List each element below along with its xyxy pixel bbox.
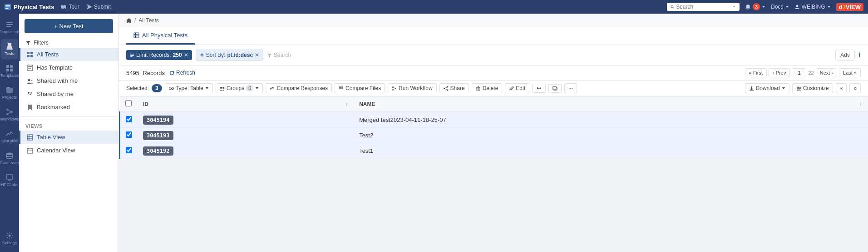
row-checkbox[interactable]	[126, 116, 132, 122]
sidebar-item-simulations[interactable]: Simulations	[1, 17, 18, 37]
breadcrumb-current: All Tests	[138, 17, 158, 24]
sidebar-item-templates[interactable]: Templates	[1, 61, 18, 81]
tour-nav-item[interactable]: Tour	[61, 4, 79, 10]
tour-label: Tour	[69, 4, 79, 10]
row-id-cell: 3045194	[138, 112, 354, 128]
more-label: ···	[568, 85, 573, 91]
docs-btn[interactable]: Docs	[771, 4, 789, 10]
type-table-button[interactable]: Type: Table	[165, 83, 213, 93]
svg-line-74	[445, 87, 447, 88]
delete-button[interactable]: Delete	[472, 83, 503, 93]
nav-item-all-tests[interactable]: All Tests	[19, 48, 118, 61]
selected-count-badge: 3	[152, 84, 162, 92]
sidebar-item-databases[interactable]: Databases	[1, 148, 18, 168]
svg-rect-17	[6, 69, 9, 71]
prev-page-button[interactable]: ‹ Prev	[769, 68, 790, 77]
shared-by-me-label: Shared by me	[37, 91, 74, 97]
nav-item-calendar-view[interactable]: Calendar View	[19, 144, 118, 157]
compare-files-button[interactable]: Compare Files	[335, 83, 385, 93]
map-icon	[61, 4, 67, 10]
share-button[interactable]: Share	[439, 83, 469, 93]
refresh-button[interactable]: Refresh	[169, 70, 195, 76]
limit-records-chip[interactable]: Limit Records: 250 ✕	[126, 50, 192, 60]
limit-chip-close[interactable]: ✕	[184, 52, 188, 58]
row-checkbox[interactable]	[126, 131, 132, 138]
svg-marker-9	[786, 6, 789, 8]
groups-button[interactable]: Groups 0	[216, 83, 263, 93]
next-page-button[interactable]: Next ›	[816, 68, 837, 77]
adv-button[interactable]: Adv	[835, 50, 855, 60]
new-test-button[interactable]: + New Test	[25, 19, 113, 33]
sidebar-item-simlytiks[interactable]: SimLytiks	[1, 126, 18, 146]
search-filter[interactable]: Search	[267, 52, 832, 58]
search-box[interactable]	[667, 3, 740, 11]
records-count-value: 5495	[126, 70, 139, 76]
download-button[interactable]: Download	[745, 83, 789, 93]
svg-marker-57	[267, 54, 271, 57]
nav-next-btn[interactable]: »	[849, 83, 861, 93]
sort-chip-close[interactable]: ✕	[255, 52, 259, 58]
d3view-logo[interactable]: d3VIEW	[836, 3, 863, 11]
sidebar-item-workflows[interactable]: Workflows	[1, 105, 18, 125]
col-resize-id-icon[interactable]	[345, 102, 348, 106]
home-icon[interactable]	[126, 18, 132, 23]
search-input[interactable]	[676, 4, 730, 10]
run-workflow-button[interactable]: Run Workflow	[388, 83, 436, 93]
sidebar-item-tests[interactable]: Tests	[1, 39, 18, 59]
row-checkbox-cell[interactable]	[120, 112, 138, 128]
sidebar-item-projects[interactable]: Projects	[1, 83, 18, 103]
row-name-cell: Merged test2023-04-11-18-25-07	[354, 112, 868, 128]
last-page-button[interactable]: Last »	[839, 68, 861, 77]
nav-item-bookmarked[interactable]: Bookmarked	[19, 101, 118, 114]
th-checkbox[interactable]	[120, 96, 138, 112]
search-dropdown-icon[interactable]	[732, 5, 736, 9]
notifications[interactable]: 3	[745, 3, 765, 10]
svg-rect-65	[341, 86, 343, 89]
row-checkbox[interactable]	[126, 147, 132, 153]
simlytiks-label: SimLytiks	[1, 139, 18, 143]
col-resize-name-icon[interactable]	[859, 102, 863, 106]
svg-line-22	[8, 110, 11, 112]
row-checkbox-cell[interactable]	[120, 143, 138, 159]
brand[interactable]: Physical Tests	[5, 4, 54, 10]
share-icon	[444, 86, 449, 91]
selected-label: Selected:	[126, 85, 149, 91]
more-button[interactable]: ···	[564, 83, 577, 93]
info-icon[interactable]: ℹ	[858, 51, 861, 59]
svg-rect-16	[10, 65, 13, 68]
nav-item-table-view[interactable]: Table View	[19, 131, 118, 144]
nav-item-shared-by-me[interactable]: Shared by me	[19, 87, 118, 101]
search-icon	[671, 5, 674, 9]
expand-button[interactable]	[532, 84, 546, 93]
edit-button[interactable]: Edit	[505, 83, 529, 93]
svg-point-10	[796, 5, 798, 7]
breadcrumb-separator: /	[134, 17, 136, 24]
tab-all-physical-tests[interactable]: All Physical Tests	[126, 27, 195, 45]
first-page-button[interactable]: « First	[745, 68, 767, 77]
nav-item-has-template[interactable]: Has Template	[19, 61, 118, 74]
projects-label: Projects	[2, 95, 17, 100]
nav-prev-btn[interactable]: «	[836, 83, 847, 93]
current-page-input[interactable]	[792, 68, 806, 77]
share-label: Share	[450, 85, 465, 91]
tests-label: Tests	[5, 51, 14, 56]
nav-left-icon: «	[840, 85, 843, 91]
limit-label: Limit Records:	[136, 52, 171, 58]
notif-dropdown-icon	[762, 5, 765, 9]
duplicate-button[interactable]	[548, 84, 562, 93]
calendar-icon	[27, 147, 33, 154]
nav-item-shared-with-me[interactable]: Shared with me	[19, 74, 118, 87]
user-menu[interactable]: WEIBING	[794, 4, 831, 10]
sidebar-item-hpcjobs[interactable]: HPCJobs	[1, 170, 18, 190]
download-label: Download	[756, 85, 780, 91]
submit-nav-item[interactable]: Submit	[87, 4, 111, 10]
sidebar-item-settings[interactable]: Settings	[1, 228, 18, 248]
shared-with-icon	[27, 78, 33, 84]
select-all-checkbox[interactable]	[125, 100, 132, 106]
sort-chip[interactable]: Sort By: pt.id:desc ✕	[196, 50, 263, 60]
compare-responses-button[interactable]: Compare Responses	[266, 83, 332, 93]
svg-point-19	[6, 109, 8, 111]
table-row: 3045193 Test2	[120, 128, 868, 143]
row-checkbox-cell[interactable]	[120, 128, 138, 143]
customize-button[interactable]: Customize	[792, 83, 833, 93]
